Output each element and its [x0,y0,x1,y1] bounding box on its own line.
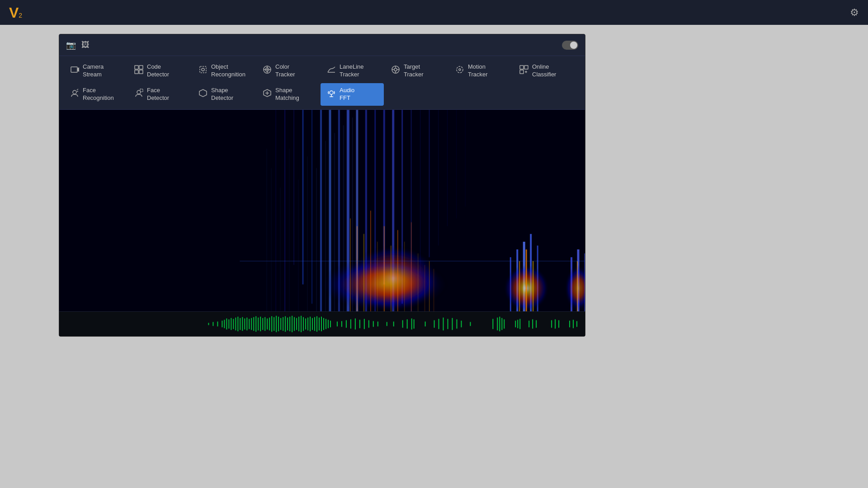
menu-item-target-tracker[interactable]: TargetTracker [385,60,448,82]
online-classifier-icon [519,65,528,76]
svg-rect-148 [314,317,315,331]
svg-rect-196 [573,320,574,328]
svg-point-7 [202,68,204,71]
svg-point-20 [459,69,461,70]
svg-rect-150 [319,318,320,330]
svg-rect-174 [439,319,439,329]
svg-rect-143 [303,317,304,331]
waveform-bar [59,311,585,336]
menu-item-shape-matching[interactable]: ShapeMatching [256,83,320,106]
menu-item-audio-fft[interactable]: AudioFFT [321,83,384,106]
menu-item-object-recognition[interactable]: ObjectRecongnition [192,60,255,82]
code-detector-label: CodeDetector [147,63,169,79]
svg-rect-178 [456,319,457,329]
svg-rect-183 [499,317,500,331]
svg-rect-152 [323,318,324,330]
svg-rect-113 [235,318,236,330]
camera-stream-icon [70,65,79,76]
svg-rect-131 [276,316,277,332]
svg-rect-132 [278,317,279,331]
menu-item-online-classifier[interactable]: OnlineClassifier [513,60,576,82]
svg-rect-135 [285,316,286,332]
svg-rect-147 [312,318,313,330]
color-tracker-label: ColorTracker [275,63,295,79]
svg-rect-106 [217,322,218,327]
svg-rect-125 [262,318,263,330]
logo: V 2 [9,5,22,20]
svg-rect-105 [212,322,213,326]
svg-rect-162 [364,319,365,329]
svg-rect-0 [71,67,77,72]
target-tracker-icon [391,65,400,76]
svg-rect-21 [520,66,524,69]
svg-rect-122 [255,316,256,332]
svg-rect-189 [528,321,529,328]
menu-item-shape-detector[interactable]: ShapeDetector [192,83,255,106]
camera-capture-icon[interactable]: 📷 [66,40,76,50]
svg-rect-170 [411,319,412,330]
svg-rect-159 [350,319,351,329]
svg-rect-5 [139,70,143,74]
svg-rect-155 [330,321,331,328]
svg-rect-137 [289,317,290,331]
target-tracker-label: TargetTracker [404,63,424,79]
waveform-visualization [59,312,585,336]
face-detector-icon [134,89,143,100]
svg-rect-22 [524,66,528,69]
svg-rect-140 [296,318,297,330]
svg-rect-192 [551,320,552,328]
svg-rect-163 [368,320,369,328]
fft-content-area [59,110,585,311]
svg-rect-164 [373,321,374,327]
svg-rect-104 [208,323,209,325]
svg-rect-136 [287,318,288,330]
menu-item-motion-tracker[interactable]: MotionTracker [449,60,512,82]
svg-rect-180 [470,322,471,326]
shape-detector-icon [198,89,208,100]
svg-rect-194 [558,320,559,328]
svg-rect-146 [310,317,311,331]
svg-rect-149 [316,316,317,332]
menu-item-color-tracker[interactable]: ColorTracker [256,60,320,82]
menu-item-camera-stream[interactable]: CameraStream [64,60,127,82]
svg-rect-191 [536,320,537,328]
svg-point-26 [73,90,76,94]
svg-rect-188 [519,319,520,329]
svg-rect-108 [224,320,225,328]
logo-sub: 2 [19,12,22,19]
svg-rect-184 [501,318,502,330]
svg-rect-195 [569,321,570,328]
svg-rect-175 [443,318,444,330]
svg-rect-124 [260,317,261,331]
svg-rect-169 [407,319,408,329]
menu-item-code-detector[interactable]: CodeDetector [128,60,191,82]
svg-rect-181 [492,319,493,329]
svg-rect-142 [301,316,302,332]
object-recognition-label: ObjectRecongnition [211,63,245,79]
svg-rect-179 [461,321,462,328]
toggle-switch[interactable] [562,41,578,50]
svg-rect-112 [233,319,234,329]
svg-rect-186 [515,321,516,328]
online-classifier-label: OnlineClassifier [532,63,556,79]
svg-rect-144 [305,319,306,330]
menu-item-face-detector[interactable]: FaceDetector [128,83,191,106]
svg-rect-129 [271,316,272,332]
svg-marker-31 [199,89,207,97]
svg-rect-120 [251,318,252,330]
menu-item-face-recognition[interactable]: FaceRecognition [64,83,127,106]
laneline-tracker-label: LaneLineTracker [340,63,364,79]
settings-icon[interactable]: ⚙ [850,7,859,19]
code-detector-icon [134,65,143,76]
menu-item-laneline-tracker[interactable]: LaneLineTracker [321,60,384,82]
svg-rect-160 [355,319,356,330]
svg-rect-158 [346,320,347,328]
camera-stream-label: CameraStream [83,63,104,79]
face-detector-label: FaceDetector [147,87,169,102]
svg-rect-110 [228,319,229,329]
svg-rect-109 [226,319,227,330]
svg-rect-130 [274,317,274,331]
image-icon[interactable]: 🖼 [81,40,90,50]
svg-point-14 [394,68,397,71]
svg-rect-172 [425,322,426,327]
